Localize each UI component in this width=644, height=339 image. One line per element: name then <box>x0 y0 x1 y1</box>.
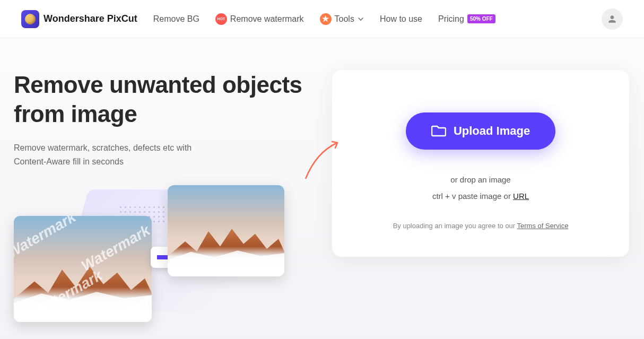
hero-title: Remove unwanted objects from image <box>14 70 311 128</box>
folder-icon <box>431 125 446 137</box>
tos-link[interactable]: Terms of Service <box>517 222 569 230</box>
upload-image-button[interactable]: Upload Image <box>406 112 555 150</box>
new-badge-icon <box>320 13 332 25</box>
nav-label: Remove BG <box>153 14 199 24</box>
nav-label: How to use <box>380 14 422 24</box>
nav-label: Tools <box>335 14 354 24</box>
nav-how-to-use[interactable]: How to use <box>380 14 422 24</box>
chevron-down-icon <box>358 16 364 22</box>
brand-name: Wondershare PixCut <box>43 13 137 24</box>
before-image: Watermark Watermark Watermark Watermark <box>14 216 152 322</box>
user-icon <box>607 14 617 24</box>
main-content: Remove unwanted objects from image Remov… <box>0 38 644 339</box>
nav-pricing[interactable]: Pricing 50% OFF <box>438 14 495 24</box>
app-header: Wondershare PixCut Remove BG HOT Remove … <box>0 0 644 38</box>
nav-tools[interactable]: Tools <box>320 13 364 25</box>
nav-label: Remove watermark <box>230 14 304 24</box>
discount-badge: 50% OFF <box>467 14 495 23</box>
upload-panel: Upload Image or drop an image ctrl + v p… <box>332 70 629 339</box>
nav-remove-bg[interactable]: Remove BG <box>153 14 199 24</box>
tos-text: By uploading an image you agree to our T… <box>359 222 603 230</box>
before-after-illustration: Watermark Watermark Watermark Watermark <box>14 189 311 327</box>
hot-badge-icon: HOT <box>215 13 227 25</box>
url-link[interactable]: URL <box>513 192 529 201</box>
nav-remove-watermark[interactable]: HOT Remove watermark <box>215 13 304 25</box>
upload-button-label: Upload Image <box>454 124 530 138</box>
user-avatar[interactable] <box>602 8 623 30</box>
drop-hint: or drop an image <box>359 175 603 184</box>
upload-card[interactable]: Upload Image or drop an image ctrl + v p… <box>332 70 629 257</box>
nav-label: Pricing <box>438 14 464 24</box>
hero-section: Remove unwanted objects from image Remov… <box>14 70 311 339</box>
logo[interactable]: Wondershare PixCut <box>21 10 137 28</box>
logo-icon <box>21 10 39 28</box>
main-nav: Remove BG HOT Remove watermark Tools How… <box>153 13 602 25</box>
hero-subtitle: Remove watermark, scratches, defects etc… <box>14 141 215 168</box>
curved-arrow-icon <box>300 136 348 184</box>
after-image <box>168 185 284 276</box>
paste-hint: ctrl + v paste image or URL <box>359 192 603 201</box>
